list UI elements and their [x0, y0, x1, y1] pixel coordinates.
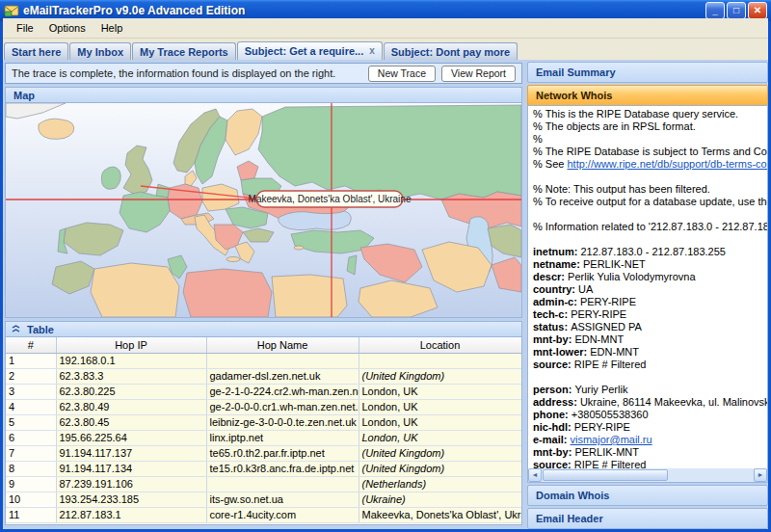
table-cell: 9	[6, 476, 56, 492]
whois-line: nic-hdl: PERY-RIPE	[533, 421, 767, 434]
close-button[interactable]: ✕	[748, 2, 767, 19]
column-header[interactable]: Hop Name	[206, 337, 359, 353]
table-cell: 195.66.225.64	[56, 430, 206, 445]
table-cell: 10	[6, 492, 56, 507]
tab-0[interactable]: Start here	[4, 42, 68, 60]
whois-line: % See http://www.ripe.net/db/support/db-…	[533, 158, 767, 171]
scroll-left-icon[interactable]: ◄	[528, 468, 542, 482]
email-summary-label: Email Summary	[536, 66, 616, 78]
new-trace-button[interactable]: New Trace	[368, 66, 436, 82]
network-whois-label: Network Whois	[536, 90, 612, 101]
email-header-header[interactable]: Email Header	[527, 508, 768, 529]
table-row[interactable]: 10193.254.233.185its-gw.so.net.ua(Ukrain…	[6, 492, 521, 507]
table-cell: (United Kingdom)	[359, 368, 521, 384]
table-row[interactable]: 362.3.80.225ge-2-1-0-224.cr2.wh-man.zen.…	[6, 384, 521, 399]
network-whois-header[interactable]: Network Whois	[527, 85, 768, 106]
table-cell: 91.194.117.137	[56, 445, 206, 461]
window-title: eMailTrackerPro v9.0e Advanced Edition	[23, 4, 245, 17]
map-panel-title: Map	[13, 90, 35, 101]
whois-line: admin-c: PERY-RIPE	[533, 296, 767, 308]
table-cell: 87.239.191.106	[56, 476, 206, 492]
tab-1[interactable]: My Inbox	[69, 42, 131, 60]
tab-label: My Trace Reports	[140, 46, 228, 58]
europe-map: Makeevka, Donets'ka Oblast', Ukraine	[6, 103, 521, 317]
table-row[interactable]: 1192.168.0.1	[6, 353, 521, 368]
tab-label: Start here	[12, 46, 61, 58]
table-cell: 7	[6, 445, 56, 461]
whois-link[interactable]: http://www.ripe.net/db/support/db-terms-…	[567, 158, 767, 170]
column-header[interactable]: #	[6, 337, 56, 353]
table-cell: core-r1.4ucity.com	[206, 507, 359, 522]
app-window: eMailTrackerPro v9.0e Advanced Edition _…	[0, 0, 771, 532]
whois-line: phone: +380505538360	[533, 409, 767, 421]
whois-line: % The RIPE Database is subject to Terms …	[533, 146, 767, 158]
table-row[interactable]: 262.3.83.3gadamer-dsl.zen.net.uk(United …	[6, 368, 521, 384]
domain-whois-label: Domain Whois	[536, 490, 609, 501]
whois-line: inetnum: 212.87.183.0 - 212.87.183.255	[533, 246, 767, 258]
table-cell: 91.194.117.134	[56, 461, 206, 476]
tab-bar: Start hereMy InboxMy Trace ReportsSubjec…	[3, 39, 768, 60]
horizontal-scrollbar[interactable]: ◄ ►	[528, 468, 767, 482]
map-libya	[183, 269, 272, 317]
collapse-icon[interactable]	[12, 325, 20, 334]
table-cell: leibniz-ge-3-0-0-0.te.zen.net.uk	[206, 414, 359, 430]
table-row[interactable]: 562.3.80.45leibniz-ge-3-0-0-0.te.zen.net…	[6, 414, 521, 430]
table-cell: London, UK	[359, 399, 521, 414]
scroll-right-icon[interactable]: ►	[754, 468, 767, 482]
table-cell: (Netherlands)	[359, 476, 521, 492]
tab-4[interactable]: Subject: Dont pay more	[384, 42, 518, 60]
tab-3[interactable]: Subject: Get a require...x	[237, 41, 383, 60]
status-message: The trace is complete, the information f…	[12, 67, 335, 79]
table-cell: gadamer-dsl.zen.net.uk	[206, 368, 359, 384]
table-cell: 4	[6, 399, 56, 414]
tab-close-icon[interactable]: x	[369, 46, 375, 56]
domain-whois-header[interactable]: Domain Whois	[527, 485, 768, 506]
whois-line: tech-c: PERY-RIPE	[533, 308, 767, 321]
whois-line: mnt-lower: EDN-MNT	[533, 346, 767, 359]
whois-link[interactable]: vismajor@mail.ru	[571, 434, 652, 445]
maximize-button[interactable]: □	[727, 2, 746, 19]
whois-line	[533, 371, 767, 384]
menu-item-options[interactable]: Options	[41, 20, 93, 36]
table-row[interactable]: 6195.66.225.64linx.iptp.netLondon, UK	[6, 430, 521, 445]
menu-item-file[interactable]: File	[9, 20, 41, 36]
table-header-row[interactable]: #Hop IPHop NameLocation	[6, 337, 521, 353]
tab-2[interactable]: My Trace Reports	[132, 42, 236, 60]
map-view[interactable]: Makeevka, Donets'ka Oblast', Ukraine	[5, 103, 522, 318]
table-cell: 192.168.0.1	[56, 353, 206, 368]
map-iceland	[39, 119, 74, 139]
whois-line: % The objects are in RPSL format.	[533, 120, 767, 133]
whois-line: person: Yuriy Perlik	[533, 384, 767, 396]
whois-line: mnt-by: PERLIK-MNT	[533, 446, 767, 459]
minimize-button[interactable]: _	[705, 2, 725, 19]
whois-line: descr: Perlik Yulia Volodymyrovna	[533, 271, 767, 283]
view-report-button[interactable]: View Report	[441, 66, 516, 82]
table-cell: its-gw.so.net.ua	[206, 492, 359, 507]
table-cell: (United Kingdom)	[359, 445, 521, 461]
scrollbar-thumb[interactable]	[543, 469, 668, 481]
table-cell: 11	[6, 507, 56, 522]
table-cell: 62.3.80.225	[56, 384, 206, 399]
whois-line: source: RIPE # Filtered	[533, 359, 767, 371]
map-tooltip: Makeevka, Donets'ka Oblast', Ukraine	[249, 191, 412, 207]
table-row[interactable]: 791.194.117.137te65.r0.th2.par.fr.iptp.n…	[6, 445, 521, 461]
table-cell: (Ukraine)	[359, 492, 521, 507]
menu-item-help[interactable]: Help	[93, 20, 131, 36]
map-panel-header[interactable]: Map	[5, 87, 522, 103]
column-header[interactable]: Location	[359, 337, 521, 353]
table-cell: 212.87.183.1	[56, 507, 206, 522]
table-panel-header[interactable]: Table	[5, 321, 522, 337]
whois-text: % This is the RIPE Database query servic…	[528, 106, 767, 470]
table-row[interactable]: 11212.87.183.1core-r1.4ucity.comMakeevka…	[6, 507, 521, 522]
table-cell: linx.iptp.net	[206, 430, 359, 445]
table-row[interactable]: 987.239.191.106(Netherlands)	[6, 476, 521, 492]
email-summary-header[interactable]: Email Summary	[527, 62, 768, 83]
content-area: The trace is complete, the information f…	[3, 60, 768, 529]
whois-line: % This is the RIPE Database query servic…	[533, 108, 767, 120]
table-cell: 3	[6, 384, 56, 399]
whois-line: %	[533, 133, 767, 146]
table-row[interactable]: 891.194.117.134te15.r0.k3r8.anc.fra.de.i…	[6, 461, 521, 476]
table-row[interactable]: 462.3.80.49ge-2-0-0-0.cr1.wh-man.zen.net…	[6, 399, 521, 414]
column-header[interactable]: Hop IP	[56, 337, 206, 353]
map-tooltip-text: Makeevka, Donets'ka Oblast', Ukraine	[249, 194, 412, 204]
